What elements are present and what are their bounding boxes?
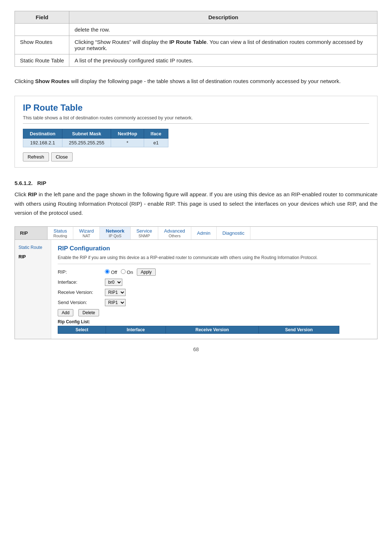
ref-table-header-field: Field xyxy=(15,11,69,24)
interface-row: Interface: br0 xyxy=(58,279,371,286)
nav-item-status[interactable]: Status Routing xyxy=(48,227,73,239)
nav-item-admin[interactable]: Admin xyxy=(191,227,217,239)
col-receive-version: Receive Version xyxy=(166,326,259,333)
col-nexthop: NextHop xyxy=(111,129,144,139)
table-row: delete the row. xyxy=(15,24,377,36)
nav-item-diagnostic[interactable]: Diagnostic xyxy=(217,227,251,239)
reference-table: Field Description delete the row. Show R… xyxy=(15,11,377,67)
rip-config-list-label: Rip Config List: xyxy=(58,319,371,324)
rip-body: Static Route RIP RIP Configuration Enabl… xyxy=(15,240,377,339)
nav-item-network[interactable]: Network IP QoS xyxy=(100,227,130,239)
section-body-561: Click RIP in the left pane and the page … xyxy=(15,190,377,218)
table-row: 192.168.2.1 255.255.255.255 * e1 xyxy=(23,139,168,147)
delete-button[interactable]: Delete xyxy=(78,309,99,316)
add-button[interactable]: Add xyxy=(58,309,73,316)
rip-toggle-row: RIP: Off On Apply xyxy=(58,268,371,276)
desc-cell: delete the row. xyxy=(69,24,377,36)
send-version-select[interactable]: RIP1 xyxy=(105,299,126,306)
field-cell: Show Routes xyxy=(15,36,69,54)
rip-nav: RIP Status Routing Wizard NAT Network IP… xyxy=(15,227,377,240)
rip-screenshot: RIP Status Routing Wizard NAT Network IP… xyxy=(15,226,377,339)
col-subnet-mask: Subnet Mask xyxy=(62,129,111,139)
add-delete-row: Add Delete xyxy=(58,309,371,316)
col-iface: Iface xyxy=(144,129,168,139)
interface-label: Interface: xyxy=(58,279,101,285)
col-destination: Destination xyxy=(23,129,62,139)
receive-version-row: Receive Version: RIP1 xyxy=(58,289,371,296)
refresh-button[interactable]: Refresh xyxy=(23,152,49,161)
interface-select[interactable]: br0 xyxy=(105,279,122,286)
nav-item-wizard[interactable]: Wizard NAT xyxy=(73,227,100,239)
ip-route-title: IP Route Table xyxy=(23,103,369,113)
ip-route-card: IP Route Table This table shows a list o… xyxy=(15,96,377,168)
desc-cell: Clicking “Show Routes” will display the … xyxy=(69,36,377,54)
apply-button[interactable]: Apply xyxy=(137,268,156,276)
button-row: Refresh Close xyxy=(23,152,369,161)
page-number: 68 xyxy=(15,346,377,352)
field-cell xyxy=(15,24,69,36)
rip-on-label[interactable]: On xyxy=(121,269,133,275)
rip-sidebar: Static Route RIP xyxy=(15,240,51,339)
ref-table-header-desc: Description xyxy=(69,11,377,24)
sidebar-item-static-route[interactable]: Static Route xyxy=(15,243,51,252)
rip-off-radio[interactable] xyxy=(105,269,110,274)
col-interface: Interface xyxy=(106,326,166,333)
section-heading-561: 5.6.1.2. RIP xyxy=(15,180,377,186)
route-table: Destination Subnet Mask NextHop Iface 19… xyxy=(23,129,168,147)
receive-version-select[interactable]: RIP1 xyxy=(105,289,126,296)
close-button[interactable]: Close xyxy=(51,152,73,161)
rip-nav-label: RIP xyxy=(15,227,48,239)
col-select: Select xyxy=(58,326,106,333)
rip-radio-group: Off On xyxy=(105,269,133,275)
table-row: Static Route Table A list of the previou… xyxy=(15,54,377,67)
rip-config-desc: Enable the RIP if you are using this dev… xyxy=(58,254,371,264)
description-paragraph: Clicking Show Routes will display the fo… xyxy=(15,77,377,86)
subnet-mask-cell: 255.255.255.255 xyxy=(62,139,111,147)
rip-content: RIP Configuration Enable the RIP if you … xyxy=(51,240,377,339)
rip-config-title: RIP Configuration xyxy=(58,245,371,252)
rip-on-radio[interactable] xyxy=(121,269,126,274)
receive-version-label: Receive Version: xyxy=(58,290,101,295)
sidebar-item-rip[interactable]: RIP xyxy=(15,252,51,262)
nav-item-advanced[interactable]: Advanced Others xyxy=(158,227,191,239)
ip-route-subtitle: This table shows a list of destination r… xyxy=(23,115,369,124)
nav-item-service[interactable]: Service SNMP xyxy=(131,227,158,239)
nexthop-cell: * xyxy=(111,139,144,147)
table-row: Show Routes Clicking “Show Routes” will … xyxy=(15,36,377,54)
rip-off-label[interactable]: Off xyxy=(105,269,117,275)
field-cell: Static Route Table xyxy=(15,54,69,67)
rip-config-list-table: Select Interface Receive Version Send Ve… xyxy=(58,326,339,334)
iface-cell: e1 xyxy=(144,139,168,147)
rip-nav-items: Status Routing Wizard NAT Network IP QoS… xyxy=(48,227,377,239)
send-version-row: Send Version: RIP1 xyxy=(58,299,371,306)
desc-cell: A list of the previously configured stat… xyxy=(69,54,377,67)
send-version-label: Send Version: xyxy=(58,300,101,305)
rip-label: RIP: xyxy=(58,269,101,275)
destination-cell: 192.168.2.1 xyxy=(23,139,62,147)
col-send-version: Send Version xyxy=(259,326,339,333)
